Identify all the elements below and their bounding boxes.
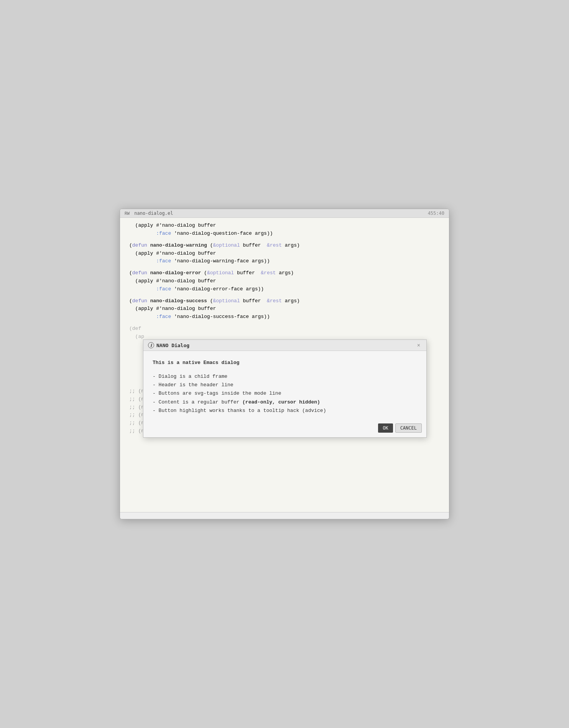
code-line: :face 'nano-dialog-question-face args)) [129,230,440,238]
dialog-body: This is a native Emacs dialog - Dialog i… [143,351,426,420]
dialog-item-1: - Dialog is a child frame [153,372,417,381]
code-line: (apply #'nano-dialog buffer [129,277,440,285]
code-line: (defun nano-dialog-warning (&optional bu… [129,242,440,250]
ok-button[interactable]: OK [378,423,393,433]
dialog-buttons: OK CANCEL [143,420,426,437]
code-line: (apply #'nano-dialog buffer [129,222,440,230]
bottom-bar [120,512,449,519]
rw-badge: RW [125,211,130,216]
file-name: nano-dialog.el [134,211,173,216]
code-line: (apply #'nano-dialog buffer [129,250,440,258]
dialog-header-left: ℹ NANO Dialog [148,342,189,348]
dialog-close-button[interactable]: × [416,342,422,348]
dialog-heading: This is a native Emacs dialog [153,359,417,367]
title-bar: RW nano-dialog.el 455:40 [120,209,449,218]
dialog-item-5: - Button highlight works thanks to a too… [153,407,417,415]
dialog-item-3: - Buttons are svg-tags inside the mode l… [153,389,417,398]
nano-dialog: ℹ NANO Dialog × This is a native Emacs d… [143,339,427,438]
dialog-item-4: - Content is a regular buffer (read-only… [153,398,417,407]
dialog-title: NANO Dialog [156,343,189,348]
cancel-button[interactable]: CANCEL [395,423,422,433]
code-line: (defun nano-dialog-success (&optional bu… [129,297,440,305]
partial-dialog-row: (def [129,325,440,333]
editor-window: RW nano-dialog.el 455:40 (apply #'nano-d… [120,209,449,519]
code-line: :face 'nano-dialog-warning-face args)) [129,257,440,265]
cursor-position: 455:40 [428,211,444,216]
code-line: :face 'nano-dialog-error-face args)) [129,285,440,293]
dialog-info-icon: ℹ [148,342,154,348]
code-line: :face 'nano-dialog-success-face args)) [129,313,440,321]
code-line: (apply #'nano-dialog buffer [129,305,440,313]
code-line: (defun nano-dialog-error (&optional buff… [129,269,440,277]
code-area-top: (apply #'nano-dialog buffer :face 'nano-… [120,218,449,344]
dialog-header: ℹ NANO Dialog × [143,340,426,351]
dialog-item-2: - Header is the header line [153,381,417,389]
